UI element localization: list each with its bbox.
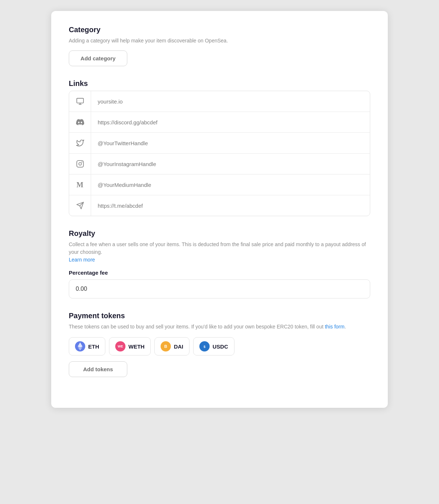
royalty-description: Collect a fee when a user sells one of y…: [69, 241, 370, 264]
link-row-telegram: [69, 195, 370, 216]
link-row-instagram: [69, 154, 370, 174]
medium-input[interactable]: [91, 176, 370, 194]
svg-point-4: [79, 162, 81, 165]
token-chip-weth: WE WETH: [109, 337, 151, 356]
percentage-fee-label: Percentage fee: [69, 270, 370, 276]
dai-icon: B: [161, 341, 171, 351]
add-tokens-button[interactable]: Add tokens: [69, 361, 127, 377]
percentage-fee-input[interactable]: [69, 279, 370, 298]
payment-tokens-section: Payment tokens These tokens can be used …: [69, 312, 370, 377]
links-title: Links: [69, 79, 370, 88]
twitter-icon-cell: [69, 133, 91, 153]
telegram-icon-cell: [69, 195, 91, 216]
weth-icon: WE: [115, 341, 125, 351]
this-form-link[interactable]: this form: [325, 324, 345, 330]
svg-rect-0: [76, 98, 83, 103]
category-title: Category: [69, 26, 370, 34]
category-description: Adding a category will help make your it…: [69, 37, 370, 45]
token-chip-usdc: $ USDC: [193, 337, 234, 356]
twitter-icon: [76, 139, 85, 147]
token-chip-dai: B DAI: [154, 337, 190, 356]
website-input[interactable]: [91, 93, 370, 110]
dai-label: DAI: [174, 343, 183, 350]
eth-icon: [75, 341, 85, 351]
twitter-input[interactable]: [91, 134, 370, 152]
instagram-icon: [76, 159, 85, 168]
telegram-icon: [76, 201, 85, 210]
add-category-button[interactable]: Add category: [69, 50, 127, 66]
link-row-medium: M: [69, 174, 370, 195]
payment-tokens-title: Payment tokens: [69, 312, 370, 320]
discord-icon-cell: [69, 112, 91, 132]
telegram-input[interactable]: [91, 197, 370, 215]
learn-more-link[interactable]: Learn more: [69, 257, 95, 263]
website-icon-cell: [69, 91, 91, 112]
payment-tokens-description: These tokens can be used to buy and sell…: [69, 323, 370, 331]
weth-label: WETH: [128, 343, 145, 350]
link-row-discord: [69, 112, 370, 133]
svg-text:$: $: [204, 345, 206, 349]
website-icon: [76, 97, 85, 106]
link-row-twitter: [69, 133, 370, 154]
category-section: Category Adding a category will help mak…: [69, 26, 370, 66]
instagram-input[interactable]: [91, 155, 370, 173]
discord-icon: [76, 118, 85, 127]
discord-input[interactable]: [91, 113, 370, 131]
usdc-icon: $: [199, 341, 210, 351]
links-table: M: [69, 91, 370, 216]
royalty-title: Royalty: [69, 229, 370, 238]
link-row-website: [69, 91, 370, 112]
svg-text:B: B: [164, 344, 167, 349]
svg-point-5: [81, 162, 82, 163]
usdc-label: USDC: [213, 343, 228, 350]
instagram-icon-cell: [69, 154, 91, 174]
svg-rect-3: [76, 161, 83, 167]
medium-icon: M: [76, 180, 85, 189]
token-chips-container: ETH WE WETH B DAI: [69, 337, 370, 356]
eth-label: ETH: [88, 343, 99, 350]
links-section: Links: [69, 79, 370, 216]
token-chip-eth: ETH: [69, 337, 105, 356]
royalty-section: Royalty Collect a fee when a user sells …: [69, 229, 370, 298]
main-card: Category Adding a category will help mak…: [51, 11, 388, 408]
medium-icon-cell: M: [69, 174, 91, 195]
